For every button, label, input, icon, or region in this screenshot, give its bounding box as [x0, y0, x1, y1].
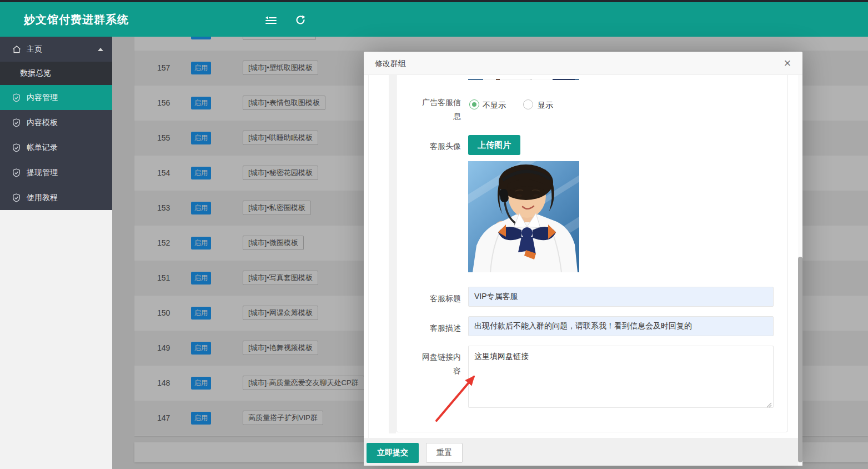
- reset-button[interactable]: 重置: [426, 443, 463, 463]
- caret-up-icon: [98, 48, 103, 51]
- inner-gutter: [389, 75, 396, 433]
- textarea-resize-grip[interactable]: [766, 400, 772, 406]
- modal-scrollbar-thumb[interactable]: [798, 257, 802, 462]
- service-title-label: 客服标题: [419, 292, 461, 306]
- sidebar-item-label: 内容管理: [27, 93, 58, 103]
- shield-check-icon: [12, 168, 22, 177]
- customer-service-photo-partial: [468, 76, 579, 80]
- app-window: 妙文馆付费进群系统 主页数据总览内容管理内容模板帐单记录提现管理使用教程: [0, 0, 868, 469]
- upload-image-button[interactable]: 上传图片: [468, 135, 520, 155]
- radio-label[interactable]: 显示: [538, 100, 553, 110]
- shield-check-icon: [12, 193, 22, 202]
- home-icon: [12, 44, 22, 54]
- sidebar-item-内容管理[interactable]: 内容管理: [0, 85, 112, 110]
- modal-body: 广告客服信息 不显示显示 客服头像 上传图片: [364, 75, 802, 466]
- sidebar-item-label: 主页: [27, 44, 42, 54]
- shield-check-icon: [12, 93, 22, 102]
- submit-button[interactable]: 立即提交: [367, 443, 419, 463]
- sidebar-item-label: 帐单记录: [27, 143, 58, 153]
- sidebar-menu: 主页数据总览内容管理内容模板帐单记录提现管理使用教程: [0, 37, 112, 210]
- sidebar-item-提现管理[interactable]: 提现管理: [0, 160, 112, 185]
- sidebar-item-label: 内容模板: [27, 118, 58, 128]
- radio-显示[interactable]: [523, 99, 533, 109]
- shield-check-icon: [12, 143, 22, 152]
- avatar-label: 客服头像: [419, 139, 461, 153]
- netdisk-label: 网盘链接内容: [419, 350, 461, 378]
- app-title: 妙文馆付费进群系统: [24, 2, 129, 37]
- radio-不显示-selected[interactable]: [469, 99, 479, 109]
- customer-service-photo: [468, 161, 579, 272]
- collapse-menu-icon[interactable]: [265, 14, 277, 26]
- close-icon[interactable]: ×: [780, 56, 795, 71]
- app-header: 妙文馆付费进群系统: [0, 2, 868, 37]
- sidebar: 主页数据总览内容管理内容模板帐单记录提现管理使用教程: [0, 37, 112, 469]
- ad-service-info-label: 广告客服信息: [419, 96, 461, 123]
- sidebar-item-主页[interactable]: 主页: [0, 37, 112, 62]
- service-desc-label: 客服描述: [419, 321, 461, 335]
- sidebar-item-帐单记录[interactable]: 帐单记录: [0, 135, 112, 160]
- sidebar-item-数据总览[interactable]: 数据总览: [0, 62, 112, 85]
- refresh-icon[interactable]: [295, 14, 307, 26]
- sidebar-item-label: 使用教程: [27, 193, 58, 203]
- modal-title: 修改群组: [375, 52, 406, 75]
- modal-titlebar: 修改群组 ×: [364, 52, 802, 75]
- sidebar-item-label: 提现管理: [27, 168, 58, 178]
- shield-check-icon: [12, 118, 22, 127]
- service-title-input[interactable]: [468, 287, 774, 307]
- sidebar-item-使用教程[interactable]: 使用教程: [0, 185, 112, 210]
- sidebar-item-label: 数据总览: [20, 68, 51, 78]
- service-desc-input[interactable]: [468, 316, 774, 336]
- inner-panel-border: [368, 75, 369, 438]
- radio-dot: [472, 102, 476, 107]
- netdisk-textarea[interactable]: 这里填网盘链接: [468, 346, 774, 408]
- radio-label[interactable]: 不显示: [483, 100, 506, 110]
- sidebar-item-内容模板[interactable]: 内容模板: [0, 110, 112, 135]
- edit-group-modal: 修改群组 × 广告客服信息: [364, 52, 802, 466]
